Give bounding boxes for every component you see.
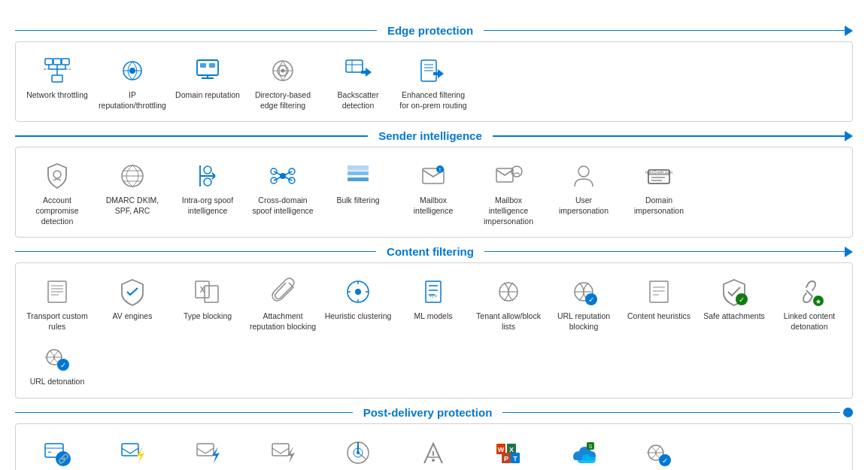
icon-tenant-allow (492, 275, 525, 308)
svg-text:W: W (498, 446, 505, 453)
item-dmarc: DMARC DKIM, SPF, ARC (96, 155, 169, 229)
svg-rect-73 (426, 281, 441, 302)
item-ip-reputation: IP reputation/throttling (96, 50, 169, 114)
label-user-impersonation: User impersonation (550, 196, 618, 216)
items-box-content: Transport custom rules AV engines X Type… (15, 262, 853, 399)
svg-point-28 (53, 171, 61, 178)
section-postdelivery: Post-delivery protection 🔗 Safe links Ph… (15, 406, 853, 470)
icon-attachment-rep (266, 275, 299, 308)
section-line-left (15, 135, 368, 137)
icon-url-detonation-post: ✓ (642, 436, 675, 469)
section-line-right (484, 251, 845, 253)
label-domain-impersonation: Domain impersonation (625, 196, 693, 216)
icon-ip-reputation (116, 54, 149, 87)
svg-point-109 (432, 459, 435, 462)
label-type-blocking: Type blocking (184, 311, 232, 322)
svg-text:X: X (509, 446, 514, 453)
svg-rect-45 (348, 171, 369, 175)
item-onedrive-sharepoint: S OneDrive/SharePoint (547, 432, 621, 470)
label-heuristic: Heuristic clustering (325, 311, 392, 322)
section-line-right (502, 412, 840, 414)
item-heuristic: Heuristic clustering (321, 271, 395, 335)
item-attachment-rep: Attachment reputation blocking (246, 271, 320, 335)
svg-point-22 (281, 69, 285, 73)
label-account-compromise: Account compromise detection (23, 196, 91, 226)
label-enhanced-filtering: Enhanced filtering for on-prem routing (399, 90, 467, 111)
label-mailbox-impersonation: Mailbox intelligence impersonation (475, 196, 542, 226)
svg-point-72 (355, 289, 361, 295)
svg-text:T: T (513, 455, 517, 462)
item-safe-attachments: ✓ Safe attachments (697, 271, 771, 335)
item-content-heuristics: Content heuristics (622, 271, 696, 335)
items-box-postdelivery: 🔗 Safe links Phish zero-hour auto-purge … (15, 423, 853, 470)
svg-text:X: X (200, 286, 205, 294)
section-arrow (845, 247, 853, 257)
icon-intra-org-spoof (191, 159, 224, 193)
section-line-left (15, 251, 376, 253)
svg-rect-15 (200, 63, 206, 68)
icon-domain-reputation (191, 54, 224, 87)
section-arrow-dot (843, 408, 853, 417)
label-url-detonation: URL detonation (30, 377, 85, 387)
items-box-edge: Network throttling IP reputation/throttl… (15, 41, 853, 122)
item-enduser-reporting: End-user reporting (396, 432, 470, 470)
svg-point-33 (204, 166, 211, 174)
item-mailbox-intel: ! Mailbox intelligence (396, 155, 470, 229)
section-title-edge: Edge protection (377, 24, 484, 37)
icon-heuristic (341, 275, 375, 308)
icon-account-compromise (41, 159, 74, 193)
section-sender: Sender intelligence Account compromise d… (15, 129, 853, 238)
item-account-compromise: Account compromise detection (20, 155, 94, 229)
svg-rect-23 (346, 60, 363, 72)
item-bulk-filtering: Bulk filtering (321, 155, 395, 229)
svg-rect-44 (348, 165, 369, 169)
section-header-edge: Edge protection (15, 24, 853, 37)
icon-office-clients: W X P T (492, 436, 525, 469)
label-url-rep: URL reputation blocking (550, 311, 618, 332)
label-bulk-filtering: Bulk filtering (336, 196, 379, 206)
svg-text:!: ! (439, 167, 441, 172)
label-linked-content: Linked content detonation (775, 311, 843, 332)
label-attachment-rep: Attachment reputation blocking (249, 311, 317, 332)
label-directory-edge: Directory-based edge filtering (249, 90, 317, 111)
svg-text:P: P (504, 455, 508, 462)
label-network-throttling: Network throttling (26, 90, 88, 101)
svg-text:micr⊙soft.com: micr⊙soft.com (645, 170, 673, 174)
icon-onedrive-sharepoint: S (567, 436, 600, 469)
svg-rect-1 (53, 59, 61, 65)
svg-text:🔗: 🔗 (58, 453, 69, 464)
icon-linked-content: ★ (793, 275, 826, 308)
item-safe-links: 🔗 Safe links (20, 432, 94, 470)
label-mailbox-intel: Mailbox intelligence (399, 196, 467, 216)
svg-rect-0 (45, 59, 53, 65)
icon-cross-domain (266, 159, 299, 193)
svg-text:✓: ✓ (662, 456, 668, 465)
svg-rect-8 (52, 75, 62, 82)
item-spam-zap: Spam zero-hour auto-purge (246, 432, 320, 470)
label-domain-reputation: Domain reputation (175, 90, 240, 101)
icon-network-throttling (41, 54, 74, 87)
item-domain-reputation: Domain reputation (171, 50, 244, 114)
label-backscatter: Backscatter detection (324, 90, 392, 111)
svg-text:✓: ✓ (588, 296, 594, 304)
icon-safe-links: 🔗 (41, 436, 74, 469)
section-line-right (484, 30, 845, 32)
item-backscatter: Backscatter detection (321, 50, 395, 114)
item-type-blocking: X Type blocking (171, 271, 244, 335)
label-ml-models: ML models (414, 311, 453, 322)
label-av-engines: AV engines (113, 311, 153, 322)
item-mailbox-impersonation: Mailbox intelligence impersonation (472, 155, 545, 229)
section-header-content: Content filtering (15, 245, 853, 258)
icon-spam-zap (266, 436, 299, 469)
item-url-detonation-post: ✓ URL detonation (622, 432, 696, 470)
label-transport-rules: Transport custom rules (23, 311, 91, 332)
label-intra-org-spoof: Intra-org spoof intelligence (174, 196, 241, 216)
svg-text:</>: </> (429, 293, 437, 299)
svg-point-43 (280, 173, 286, 179)
item-user-impersonation: User impersonation (547, 155, 621, 229)
icon-domain-impersonation: micr⊙soft.com (642, 159, 675, 193)
icon-directory-edge (266, 54, 299, 87)
icon-ml-models: </> (417, 275, 450, 308)
item-directory-edge: Directory-based edge filtering (246, 50, 320, 114)
icon-content-heuristics (642, 275, 675, 308)
